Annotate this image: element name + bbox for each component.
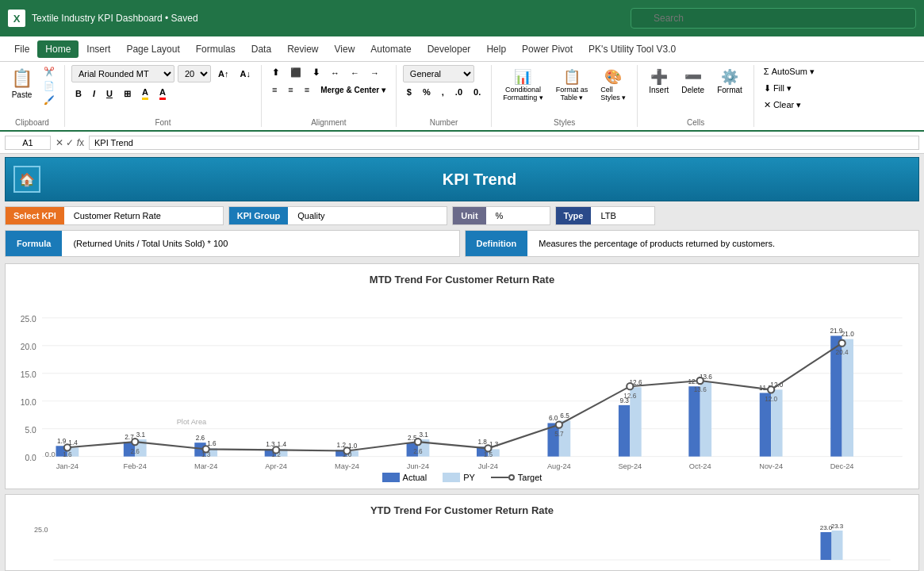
svg-text:1.6: 1.6 bbox=[63, 451, 72, 458]
number-format-select[interactable]: General bbox=[403, 65, 474, 82]
align-left-button[interactable]: ≡ bbox=[268, 82, 281, 97]
svg-text:20.4: 20.4 bbox=[836, 349, 849, 356]
menu-file[interactable]: File bbox=[6, 40, 37, 58]
bar-actual-oct bbox=[688, 386, 700, 456]
ytd-chart-title: YTD Trend For Customer Return Rate bbox=[13, 504, 911, 516]
target-dot-dec bbox=[838, 340, 845, 347]
formula-input[interactable] bbox=[89, 136, 919, 150]
svg-text:2.6: 2.6 bbox=[196, 435, 205, 442]
menu-home[interactable]: Home bbox=[37, 40, 79, 58]
decrease-font-button[interactable]: A↓ bbox=[236, 67, 254, 81]
svg-text:15.0: 15.0 bbox=[21, 370, 36, 379]
cell-styles-button[interactable]: 🎨 CellStyles ▾ bbox=[596, 65, 631, 105]
insert-cells-icon: ➕ bbox=[650, 68, 668, 86]
align-bottom-button[interactable]: ⬇ bbox=[309, 65, 324, 80]
merge-center-button[interactable]: Merge & Center ▾ bbox=[316, 83, 389, 97]
legend-target-dot bbox=[508, 474, 515, 481]
indent-decrease-button[interactable]: ← bbox=[347, 66, 363, 80]
format-cells-button[interactable]: ⚙️ Format bbox=[712, 65, 747, 98]
menu-view[interactable]: View bbox=[327, 40, 363, 58]
bold-button[interactable]: B bbox=[71, 86, 86, 101]
select-kpi-value[interactable]: Customer Return Rate bbox=[64, 207, 223, 224]
format-table-icon: 📋 bbox=[563, 68, 581, 86]
svg-text:5.7: 5.7 bbox=[554, 431, 564, 438]
svg-text:20.0: 20.0 bbox=[21, 343, 36, 351]
indent-increase-button[interactable]: → bbox=[366, 66, 383, 80]
formula-content: (Returned Units / Total Units Sold) * 10… bbox=[62, 231, 458, 256]
ytd-chart-svg: 25.0 23.0 23.3 bbox=[13, 524, 911, 564]
fill-button[interactable]: ⬇ Fill ▾ bbox=[761, 82, 795, 95]
menu-insert[interactable]: Insert bbox=[79, 40, 118, 58]
svg-text:Plot Area: Plot Area bbox=[177, 418, 207, 426]
cut-icon: ✂️ bbox=[44, 67, 55, 77]
paste-icon: 📋 bbox=[11, 68, 33, 89]
conditional-formatting-button[interactable]: 📊 ConditionalFormatting ▾ bbox=[498, 65, 548, 105]
font-name-select[interactable]: Arial Rounded MT bbox=[71, 65, 174, 82]
search-input[interactable] bbox=[631, 8, 916, 29]
comma-button[interactable]: , bbox=[438, 85, 448, 99]
legend-target-label: Target bbox=[518, 473, 543, 482]
menu-review[interactable]: Review bbox=[279, 40, 326, 58]
menu-help[interactable]: Help bbox=[478, 40, 514, 58]
type-value: LTB bbox=[591, 207, 654, 224]
decrease-decimal-button[interactable]: 0. bbox=[470, 85, 485, 99]
target-dot-feb bbox=[132, 439, 138, 445]
align-middle-button[interactable]: ⬛ bbox=[286, 65, 305, 80]
select-kpi-item: Select KPI Customer Return Rate bbox=[5, 206, 224, 225]
copy-button[interactable]: 📄 bbox=[40, 79, 58, 93]
delete-cells-button[interactable]: ➖ Delete bbox=[677, 65, 709, 98]
font-section: Arial Rounded MT 20 A↑ A↓ B I U ⊞ A A bbox=[71, 65, 255, 102]
menu-page-layout[interactable]: Page Layout bbox=[118, 40, 187, 58]
menu-developer[interactable]: Developer bbox=[420, 40, 479, 58]
underline-button[interactable]: U bbox=[102, 86, 117, 101]
clear-button[interactable]: ✕ Clear ▾ bbox=[761, 98, 804, 112]
svg-text:0.0: 0.0 bbox=[25, 454, 37, 462]
menu-automate[interactable]: Automate bbox=[362, 40, 419, 58]
increase-font-button[interactable]: A↑ bbox=[214, 67, 232, 81]
font-color-button[interactable]: A bbox=[155, 85, 170, 102]
autosum-button[interactable]: Σ AutoSum ▾ bbox=[761, 65, 818, 79]
italic-button[interactable]: I bbox=[89, 86, 99, 101]
svg-text:1.8: 1.8 bbox=[477, 439, 487, 446]
svg-text:12.0: 12.0 bbox=[765, 396, 777, 403]
bar-actual-sep bbox=[619, 405, 630, 457]
format-painter-button[interactable]: 🖌️ bbox=[40, 94, 58, 107]
home-icon[interactable]: 🏠 bbox=[13, 166, 40, 193]
text-direction-button[interactable]: ↔ bbox=[327, 66, 343, 80]
menu-bar: File Home Insert Page Layout Formulas Da… bbox=[0, 36, 924, 62]
increase-decimal-button[interactable]: .0 bbox=[451, 85, 466, 99]
svg-text:1.5: 1.5 bbox=[484, 451, 493, 458]
align-right-button[interactable]: ≡ bbox=[301, 82, 313, 97]
cell-styles-label: CellStyles ▾ bbox=[600, 86, 626, 102]
menu-power-pivot[interactable]: Power Pivot bbox=[514, 40, 581, 58]
currency-button[interactable]: $ bbox=[403, 85, 416, 99]
menu-data[interactable]: Data bbox=[243, 40, 279, 58]
svg-text:Jan-24: Jan-24 bbox=[56, 462, 79, 470]
paste-button[interactable]: 📋 Paste bbox=[6, 65, 37, 102]
unit-item: Unit % bbox=[452, 206, 550, 225]
svg-text:6.0: 6.0 bbox=[549, 415, 558, 422]
fill-color-button[interactable]: A bbox=[138, 85, 152, 102]
svg-text:1.3: 1.3 bbox=[201, 451, 211, 458]
font-size-select[interactable]: 20 bbox=[178, 65, 211, 82]
menu-pk-tool[interactable]: PK's Utility Tool V3.0 bbox=[581, 40, 684, 58]
border-button[interactable]: ⊞ bbox=[120, 86, 135, 102]
format-as-table-button[interactable]: 📋 Format asTable ▾ bbox=[551, 65, 593, 105]
insert-cells-button[interactable]: ➕ Insert bbox=[644, 65, 673, 98]
ytd-bar-py-nov bbox=[832, 531, 843, 560]
align-top-button[interactable]: ⬆ bbox=[268, 65, 283, 80]
legend-target-line bbox=[491, 477, 508, 478]
cell-reference-input[interactable] bbox=[5, 136, 51, 150]
percent-button[interactable]: % bbox=[419, 85, 435, 99]
styles-label: Styles bbox=[554, 115, 575, 127]
kpi-group-value: Quality bbox=[288, 207, 447, 224]
title-bar: X Textile Industry KPI Dashboard • Saved… bbox=[0, 0, 924, 36]
legend-actual: Actual bbox=[382, 473, 427, 482]
align-center-button[interactable]: ≡ bbox=[284, 82, 297, 97]
svg-text:3.1: 3.1 bbox=[419, 431, 428, 439]
definition-box: Definition Measures the percentage of pr… bbox=[465, 230, 920, 257]
menu-formulas[interactable]: Formulas bbox=[188, 40, 243, 58]
svg-text:2.6: 2.6 bbox=[131, 448, 140, 455]
cut-button[interactable]: ✂️ bbox=[40, 65, 58, 79]
kpi-header: 🏠 KPI Trend bbox=[5, 157, 919, 201]
